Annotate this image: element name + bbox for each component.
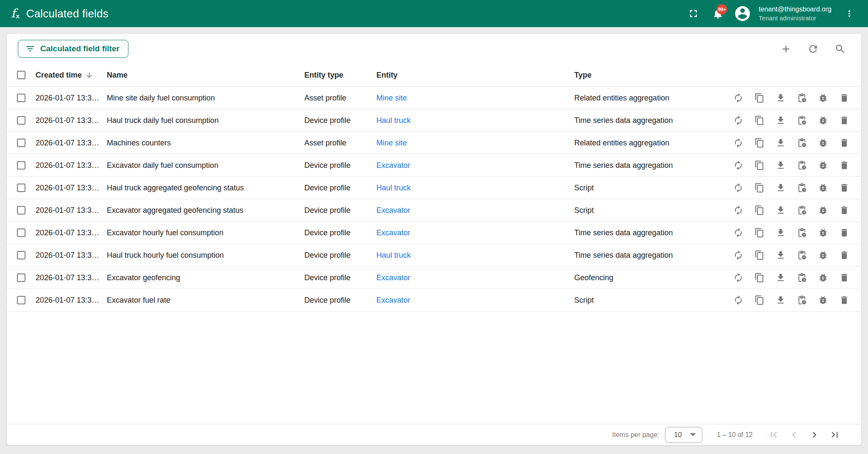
events-button[interactable]	[797, 273, 807, 283]
debug-button[interactable]	[818, 250, 828, 260]
copy-button[interactable]	[754, 228, 765, 238]
next-page-button[interactable]	[806, 427, 822, 443]
calculated-field-filter-button[interactable]: Calculated field filter	[18, 40, 128, 58]
entity-link[interactable]: Haul truck	[376, 251, 411, 260]
previous-page-button[interactable]	[786, 427, 802, 443]
reprocess-button[interactable]	[733, 273, 743, 283]
export-button[interactable]	[776, 93, 786, 103]
delete-button[interactable]	[839, 93, 849, 103]
table-row[interactable]: 2026-01-07 13:32:25 Excavator aggregated…	[7, 199, 861, 222]
entity-link[interactable]: Mine site	[376, 139, 407, 148]
export-button[interactable]	[776, 160, 786, 170]
copy-button[interactable]	[754, 160, 765, 170]
row-checkbox[interactable]	[17, 161, 25, 170]
search-button[interactable]	[832, 40, 849, 57]
reprocess-button[interactable]	[733, 160, 743, 170]
reprocess-button[interactable]	[733, 295, 743, 305]
reprocess-button[interactable]	[733, 115, 743, 125]
more-menu-button[interactable]	[840, 4, 859, 23]
delete-button[interactable]	[839, 250, 849, 260]
events-button[interactable]	[797, 205, 807, 215]
fullscreen-button[interactable]	[684, 4, 703, 23]
delete-button[interactable]	[839, 115, 849, 125]
debug-button[interactable]	[818, 205, 828, 215]
debug-button[interactable]	[818, 93, 828, 103]
user-avatar-button[interactable]	[733, 4, 752, 23]
events-button[interactable]	[797, 250, 807, 260]
export-button[interactable]	[776, 228, 786, 238]
entity-link[interactable]: Mine site	[376, 94, 407, 103]
debug-button[interactable]	[818, 115, 828, 125]
events-button[interactable]	[797, 138, 807, 148]
reprocess-button[interactable]	[733, 205, 743, 215]
events-button[interactable]	[797, 183, 807, 193]
export-button[interactable]	[776, 138, 786, 148]
copy-button[interactable]	[754, 93, 765, 103]
entity-link[interactable]: Excavator	[376, 228, 410, 237]
copy-button[interactable]	[754, 295, 765, 305]
reprocess-button[interactable]	[733, 250, 743, 260]
debug-button[interactable]	[818, 295, 828, 305]
copy-button[interactable]	[754, 273, 765, 283]
delete-button[interactable]	[839, 183, 849, 193]
reprocess-button[interactable]	[733, 138, 743, 148]
reprocess-button[interactable]	[733, 183, 743, 193]
events-button[interactable]	[797, 93, 807, 103]
row-checkbox[interactable]	[17, 206, 25, 214]
debug-button[interactable]	[818, 273, 828, 283]
debug-button[interactable]	[818, 138, 828, 148]
add-calculated-field-button[interactable]	[777, 40, 794, 57]
export-button[interactable]	[776, 183, 786, 193]
notifications-button[interactable]: 99+	[709, 4, 727, 23]
events-button[interactable]	[797, 295, 807, 305]
entity-link[interactable]: Haul truck	[376, 116, 411, 125]
table-row[interactable]: 2026-01-07 13:32:26 Mine site daily fuel…	[7, 87, 861, 109]
row-checkbox[interactable]	[17, 116, 25, 125]
reprocess-button[interactable]	[733, 93, 743, 103]
copy-button[interactable]	[754, 205, 765, 215]
events-button[interactable]	[797, 115, 807, 125]
user-info[interactable]: tenant@thingsboard.org Tenant administra…	[759, 5, 832, 22]
row-checkbox[interactable]	[17, 184, 25, 192]
table-row[interactable]: 2026-01-07 13:32:24 Excavator geofencing…	[7, 267, 861, 289]
debug-button[interactable]	[818, 160, 828, 170]
entity-link[interactable]: Excavator	[376, 273, 410, 282]
entity-link[interactable]: Excavator	[376, 161, 410, 170]
copy-button[interactable]	[754, 183, 765, 193]
events-button[interactable]	[797, 228, 807, 238]
export-button[interactable]	[776, 115, 786, 125]
entity-link[interactable]: Excavator	[376, 296, 410, 305]
table-row[interactable]: 2026-01-07 13:32:25 Excavator daily fuel…	[7, 154, 861, 177]
copy-button[interactable]	[754, 250, 765, 260]
row-checkbox[interactable]	[17, 296, 25, 304]
export-button[interactable]	[776, 295, 786, 305]
copy-button[interactable]	[754, 115, 765, 125]
copy-button[interactable]	[754, 138, 765, 148]
export-button[interactable]	[776, 250, 786, 260]
refresh-table-button[interactable]	[804, 40, 821, 57]
export-button[interactable]	[776, 205, 786, 215]
events-button[interactable]	[797, 160, 807, 170]
table-row[interactable]: 2026-01-07 13:32:25 Machines counters As…	[7, 132, 861, 154]
debug-button[interactable]	[818, 228, 828, 238]
row-checkbox[interactable]	[17, 228, 25, 237]
delete-button[interactable]	[839, 160, 849, 170]
delete-button[interactable]	[839, 295, 849, 305]
items-per-page-select[interactable]: 10	[665, 427, 702, 443]
debug-button[interactable]	[818, 183, 828, 193]
entity-link[interactable]: Haul truck	[376, 184, 411, 192]
select-all-checkbox[interactable]	[17, 71, 25, 79]
row-checkbox[interactable]	[17, 139, 25, 147]
delete-button[interactable]	[839, 273, 849, 283]
table-row[interactable]: 2026-01-07 13:32:25 Excavator hourly fue…	[7, 222, 861, 244]
export-button[interactable]	[776, 273, 786, 283]
table-row[interactable]: 2026-01-07 13:32:24 Excavator fuel rate …	[7, 289, 861, 312]
delete-button[interactable]	[839, 138, 849, 148]
table-row[interactable]: 2026-01-07 13:32:25 Haul truck daily fue…	[7, 109, 861, 132]
reprocess-button[interactable]	[733, 228, 743, 238]
row-checkbox[interactable]	[17, 273, 25, 282]
first-page-button[interactable]	[765, 427, 782, 443]
delete-button[interactable]	[839, 205, 849, 215]
table-row[interactable]: 2026-01-07 13:32:25 Haul truck aggregate…	[7, 177, 861, 199]
last-page-button[interactable]	[826, 427, 843, 443]
